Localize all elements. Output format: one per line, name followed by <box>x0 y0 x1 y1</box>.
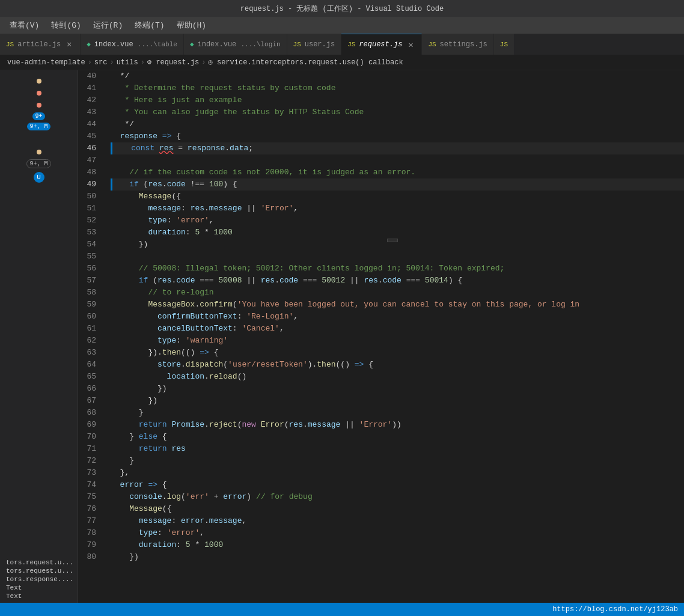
ln-57: 57 <box>78 275 101 287</box>
js-icon-3: JS <box>347 41 355 48</box>
code-line-42: * Here is just an example <box>111 94 684 106</box>
ln-69: 69 <box>78 419 101 431</box>
code-line-56: // 50008: Illegal token; 50012: Other cl… <box>111 263 684 275</box>
breadcrumb-part-4: ⚙ request.js <box>147 58 199 67</box>
tab-index-table[interactable]: ◆ index.vue ....\table <box>81 34 184 55</box>
code-line-67: }) <box>111 395 684 407</box>
vue-icon-2: ◆ <box>190 40 194 48</box>
code-line-48: // if the custom code is not 20000, it i… <box>111 166 684 178</box>
menu-goto[interactable]: 转到(G) <box>46 19 85 32</box>
breadcrumb-sep-4: › <box>201 58 206 67</box>
code-line-80: }) <box>111 551 684 563</box>
ln-72: 72 <box>78 455 101 467</box>
ln-70: 70 <box>78 431 101 443</box>
line-numbers: 40 41 42 43 44 45 46 47 48 49 50 51 52 5… <box>78 70 108 603</box>
tab-bar: JS article.js ✕ ◆ index.vue ....\table ◆… <box>0 34 684 55</box>
tab-article-close[interactable]: ✕ <box>64 40 74 49</box>
breadcrumb-part-3: utils <box>117 58 138 67</box>
code-line-62: type: 'warning' <box>111 335 684 347</box>
code-line-47 <box>111 154 684 166</box>
breadcrumb: vue-admin-template › src › utils › ⚙ req… <box>0 55 684 70</box>
ln-46: 46 <box>78 142 101 154</box>
tab-request-close[interactable]: ✕ <box>406 40 415 49</box>
ref-text-2: tors.request.u... <box>6 567 73 575</box>
badge-9plus-m: 9+, M <box>27 123 50 130</box>
ln-63: 63 <box>78 347 101 359</box>
code-line-40: */ <box>111 70 684 82</box>
ln-53: 53 <box>78 227 101 239</box>
tab-article[interactable]: JS article.js ✕ <box>0 34 81 55</box>
ln-41: 41 <box>78 82 101 94</box>
ref-item-1: tors.request.u... 4 <box>4 558 74 567</box>
tab-index-login-label: index.vue ....\login <box>198 40 281 49</box>
ln-62: 62 <box>78 335 101 347</box>
code-line-52: type: 'error', <box>111 215 684 227</box>
code-line-44: */ <box>111 118 684 130</box>
code-line-61: cancelButtonText: 'Cancel', <box>111 323 684 335</box>
ln-58: 58 <box>78 287 101 299</box>
main-area: 9+ 9+, M 9+, M U tors.request.u... 4 tor… <box>0 70 684 603</box>
code-line-70: } else { <box>111 431 684 443</box>
ln-48: 48 <box>78 166 101 178</box>
ref-item-3: tors.response.... 6 <box>4 575 74 584</box>
menu-terminal[interactable]: 终端(T) <box>130 19 169 32</box>
tab-settings-label: settings.js <box>440 40 487 49</box>
menu-help[interactable]: 帮助(H) <box>172 19 211 32</box>
ln-59: 59 <box>78 299 101 311</box>
dot-red-2 <box>37 103 41 108</box>
badge-9plus-m2: 9+, M <box>26 159 50 168</box>
code-editor[interactable]: 40 41 42 43 44 45 46 47 48 49 50 51 52 5… <box>78 70 684 603</box>
menu-run[interactable]: 运行(R) <box>88 19 127 32</box>
title-text: request.js - 无标题 (工作区) - Visual Studio C… <box>240 4 444 14</box>
ln-45: 45 <box>78 130 101 142</box>
breadcrumb-part-2: src <box>94 58 108 67</box>
code-line-65: location.reload() <box>111 371 684 383</box>
code-line-50: Message({ <box>111 191 684 203</box>
code-line-77: message: error.message, <box>111 515 684 527</box>
badge-9plus: 9+ <box>32 112 44 120</box>
code-line-59: MessageBox.confirm('You have been logged… <box>111 299 684 311</box>
code-line-51: message: res.message || 'Error', <box>111 203 684 215</box>
code-line-55 <box>111 251 684 263</box>
js-icon-2: JS <box>293 41 301 48</box>
breadcrumb-part-5: ◎ service.interceptors.request.use() cal… <box>209 58 403 67</box>
ln-60: 60 <box>78 311 101 323</box>
tab-request-label: request.js <box>359 40 402 49</box>
code-line-76: Message({ <box>111 503 684 515</box>
tab-settings[interactable]: JS settings.js <box>422 34 493 55</box>
menu-view[interactable]: 查看(V) <box>5 19 44 32</box>
ln-47: 47 <box>78 154 101 166</box>
tab-extra[interactable]: JS <box>494 34 515 55</box>
code-line-60: confirmButtonText: 'Re-Login', <box>111 311 684 323</box>
code-line-63: }).then(() => { <box>111 347 684 359</box>
dot-red-1 <box>37 91 41 96</box>
ln-65: 65 <box>78 371 101 383</box>
js-icon-4: JS <box>428 41 436 48</box>
code-line-43: * You can also judge the status by HTTP … <box>111 106 684 118</box>
code-line-69: return Promise.reject(new Error(res.mess… <box>111 419 684 431</box>
ln-56: 56 <box>78 263 101 275</box>
tab-request[interactable]: JS request.js ✕ <box>341 34 422 55</box>
ln-49: 49 <box>78 178 101 191</box>
u-badge: U <box>34 172 44 183</box>
ln-66: 66 <box>78 383 101 395</box>
ln-75: 75 <box>78 491 101 503</box>
ln-76: 76 <box>78 503 101 515</box>
tab-index-login[interactable]: ◆ index.vue ....\login <box>184 34 287 55</box>
ln-79: 79 <box>78 539 101 551</box>
code-line-74: error => { <box>111 479 684 491</box>
code-line-78: type: 'error', <box>111 527 684 539</box>
tab-user[interactable]: JS user.js <box>287 34 342 55</box>
code-line-57: if (res.code === 50008 || res.code === 5… <box>111 275 684 287</box>
code-line-71: return res <box>111 443 684 455</box>
ln-44: 44 <box>78 118 101 130</box>
ln-40: 40 <box>78 70 101 82</box>
code-line-73: }, <box>111 467 684 479</box>
ln-50: 50 <box>78 191 101 203</box>
breadcrumb-sep-1: › <box>88 58 92 67</box>
ref-item-2: tors.request.u... 3 <box>4 567 74 575</box>
ln-67: 67 <box>78 395 101 407</box>
tooltip <box>387 239 398 242</box>
code-line-58: // to re-login <box>111 287 684 299</box>
code-line-41: * Determine the request status by custom… <box>111 82 684 94</box>
